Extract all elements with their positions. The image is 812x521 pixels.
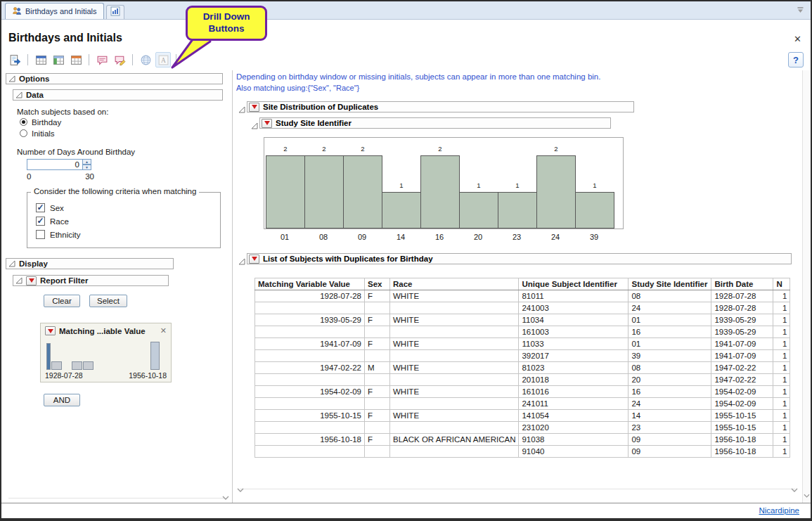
- table-cell[interactable]: 1955-10-15: [711, 410, 773, 422]
- site-distribution-header[interactable]: Site Distribution of Duplicates: [247, 101, 634, 112]
- table-cell[interactable]: 81023: [519, 362, 629, 374]
- table-cell[interactable]: 1928-07-28: [711, 290, 773, 302]
- table-cell[interactable]: 20: [629, 374, 711, 386]
- table-cell[interactable]: [365, 446, 390, 458]
- table-cell[interactable]: WHITE: [390, 410, 519, 422]
- table-cell[interactable]: [365, 374, 390, 386]
- table-cell[interactable]: 1947-02-22: [711, 374, 773, 386]
- table-cell[interactable]: F: [365, 314, 390, 326]
- histogram-bar[interactable]: [536, 155, 576, 229]
- report-filter-header[interactable]: Report Filter: [13, 275, 169, 286]
- histogram-bar[interactable]: [459, 192, 498, 229]
- help-button[interactable]: ?: [788, 52, 804, 67]
- font-annotation-button[interactable]: A: [155, 52, 171, 67]
- table-cell[interactable]: [365, 422, 390, 434]
- spinner-down-icon[interactable]: ▼: [83, 165, 91, 170]
- tab-birthdays-and-initials[interactable]: Birthdays and Initials: [5, 3, 104, 19]
- table-row[interactable]: 1954-02-09FWHITE161016161954-02-091: [255, 386, 790, 398]
- table-row[interactable]: 1956-10-18FBLACK OR AFRICAN AMERICAN9103…: [255, 434, 790, 446]
- clear-button[interactable]: Clear: [44, 295, 80, 307]
- table-cell[interactable]: 1: [773, 302, 790, 314]
- table-cell[interactable]: [255, 446, 365, 458]
- histogram-bar[interactable]: [343, 155, 382, 229]
- table-cell[interactable]: 141054: [519, 410, 629, 422]
- options-section-header[interactable]: Options: [6, 73, 223, 84]
- table-cell[interactable]: [390, 326, 519, 338]
- table-cell[interactable]: [390, 302, 519, 314]
- table-cell[interactable]: 1939-05-29: [711, 314, 773, 326]
- table-cell[interactable]: 14: [629, 410, 711, 422]
- table-cell[interactable]: [390, 446, 519, 458]
- table-cell[interactable]: 1: [773, 422, 790, 434]
- table-cell[interactable]: 1: [773, 446, 790, 458]
- table-cell[interactable]: 81011: [519, 290, 629, 302]
- filter-histogram-bar[interactable]: [83, 361, 94, 370]
- table-cell[interactable]: 1: [773, 290, 790, 302]
- table-cell[interactable]: [390, 422, 519, 434]
- checkbox-icon[interactable]: ✓: [36, 217, 45, 226]
- radio-option[interactable]: Birthday: [20, 117, 232, 127]
- histogram-bar[interactable]: [498, 192, 537, 229]
- column-header[interactable]: N: [773, 278, 790, 290]
- table-cell[interactable]: 1: [773, 350, 790, 362]
- checkbox-icon[interactable]: [36, 230, 45, 239]
- data-section-header[interactable]: Data: [13, 89, 223, 101]
- checkbox-option[interactable]: Ethnicity: [36, 228, 213, 241]
- column-header[interactable]: Study Site Identifier: [629, 278, 711, 290]
- table-cell[interactable]: 161003: [519, 326, 629, 338]
- spinner-up-icon[interactable]: ▲: [83, 159, 91, 165]
- disclosure-icon[interactable]: [238, 255, 245, 268]
- table-cell[interactable]: 16: [629, 386, 711, 398]
- table-cell[interactable]: 1: [773, 338, 790, 350]
- days-spinner[interactable]: ▲ ▼: [83, 159, 91, 170]
- table-cell[interactable]: M: [365, 362, 390, 374]
- annotate-button[interactable]: [112, 52, 127, 67]
- filter-histogram-bar[interactable]: [46, 343, 51, 370]
- table-cell[interactable]: 1: [773, 398, 790, 410]
- red-triangle-menu-button[interactable]: [262, 119, 272, 128]
- close-icon[interactable]: ✕: [794, 34, 801, 44]
- table-cell[interactable]: 1: [773, 410, 790, 422]
- table-cell[interactable]: 1939-05-29: [711, 326, 773, 338]
- update-button[interactable]: [138, 52, 153, 67]
- radio-option[interactable]: Initials: [20, 128, 232, 139]
- table-cell[interactable]: 392017: [519, 350, 629, 362]
- table-cell[interactable]: 1941-07-09: [711, 350, 773, 362]
- scroll-left-hint-icon[interactable]: [237, 483, 244, 496]
- toolbar-collapse-icon[interactable]: [797, 4, 804, 17]
- table-cell[interactable]: 1928-07-28: [255, 290, 365, 302]
- table-cell[interactable]: 1: [773, 362, 790, 374]
- disclosure-icon[interactable]: [238, 103, 245, 116]
- table-cell[interactable]: 1947-02-22: [711, 362, 773, 374]
- column-header[interactable]: Sex: [365, 278, 390, 290]
- summary-table-button[interactable]: [51, 52, 66, 67]
- table-cell[interactable]: BLACK OR AFRICAN AMERICAN: [390, 434, 519, 446]
- radio-icon[interactable]: [20, 118, 27, 126]
- table-cell[interactable]: 11034: [519, 314, 629, 326]
- left-scroll-hint-icon[interactable]: [222, 494, 229, 502]
- table-cell[interactable]: [255, 326, 365, 338]
- filter-histogram-bar[interactable]: [72, 361, 82, 370]
- disclosure-icon[interactable]: [15, 91, 22, 98]
- checkbox-icon[interactable]: ✓: [36, 203, 45, 212]
- table-cell[interactable]: 1: [773, 386, 790, 398]
- histogram-bar[interactable]: [575, 192, 614, 229]
- checkbox-option[interactable]: ✓Sex: [36, 201, 213, 214]
- table-cell[interactable]: [255, 398, 365, 410]
- and-button[interactable]: AND: [44, 394, 80, 406]
- table-cell[interactable]: 11033: [519, 338, 629, 350]
- table-cell[interactable]: [365, 302, 390, 314]
- table-cell[interactable]: F: [365, 410, 390, 422]
- red-triangle-menu-button[interactable]: [249, 255, 259, 264]
- disclosure-icon[interactable]: [15, 277, 22, 284]
- histogram-bar[interactable]: [420, 155, 460, 229]
- table-cell[interactable]: 01: [629, 338, 711, 350]
- table-cell[interactable]: WHITE: [390, 338, 519, 350]
- table-cell[interactable]: WHITE: [390, 362, 519, 374]
- table-cell[interactable]: 1: [773, 326, 790, 338]
- filter-histogram-bar[interactable]: [150, 342, 160, 370]
- table-cell[interactable]: 01: [629, 314, 711, 326]
- table-cell[interactable]: 1956-10-18: [255, 434, 365, 446]
- table-cell[interactable]: [390, 350, 519, 362]
- table-cell[interactable]: F: [365, 386, 390, 398]
